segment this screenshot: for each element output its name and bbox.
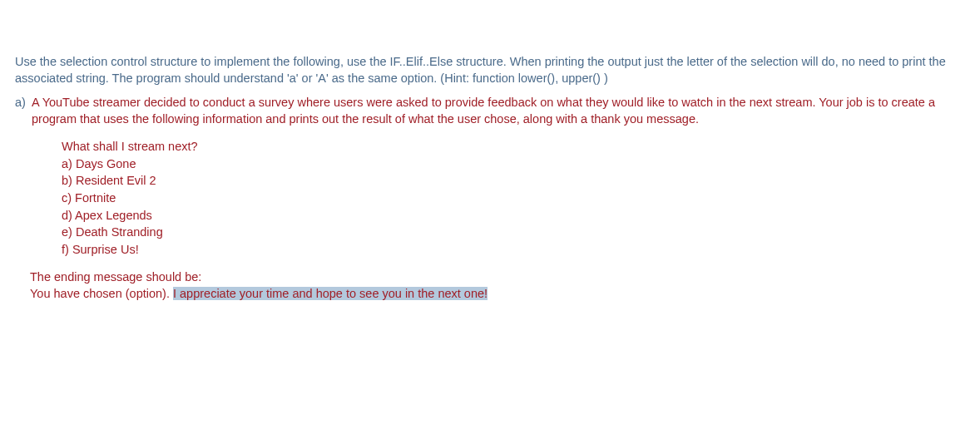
- option-f: f) Surprise Us!: [62, 242, 965, 259]
- survey-prompt: What shall I stream next?: [62, 139, 965, 155]
- option-e: e) Death Stranding: [62, 224, 965, 241]
- option-b: b) Resident Evil 2: [62, 173, 965, 190]
- question-a-marker: a): [15, 95, 32, 127]
- ending-block: The ending message should be: You have c…: [30, 269, 965, 302]
- ending-message: You have chosen (option). I appreciate y…: [30, 286, 965, 303]
- option-d: d) Apex Legends: [62, 208, 965, 224]
- option-c: c) Fortnite: [62, 190, 965, 207]
- ending-label: The ending message should be:: [30, 269, 965, 286]
- survey-options: What shall I stream next? a) Days Gone b…: [62, 139, 965, 258]
- question-a: a) A YouTube streamer decided to conduct…: [15, 95, 965, 127]
- option-a: a) Days Gone: [62, 156, 965, 173]
- intro-paragraph: Use the selection control structure to i…: [15, 54, 965, 86]
- ending-highlighted-text: I appreciate your time and hope to see y…: [173, 287, 488, 300]
- ending-prefix: You have chosen (option).: [30, 287, 173, 300]
- question-a-body: A YouTube streamer decided to conduct a …: [32, 95, 965, 127]
